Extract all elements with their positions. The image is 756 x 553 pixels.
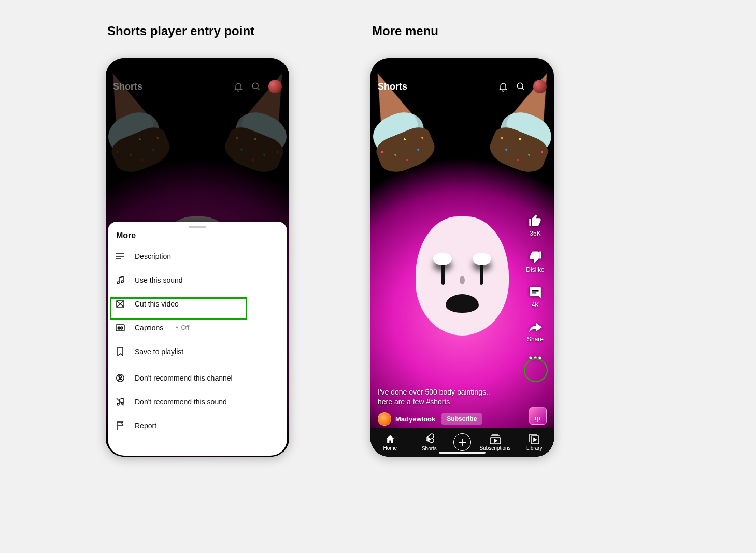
bell-icon[interactable] xyxy=(498,81,508,92)
bell-icon[interactable] xyxy=(233,81,244,92)
svg-rect-18 xyxy=(532,292,537,293)
svg-point-4 xyxy=(117,282,119,284)
channel-name[interactable]: Madyewlook xyxy=(395,415,435,423)
share-icon xyxy=(528,321,543,333)
svg-point-3 xyxy=(252,83,258,89)
more-bottom-sheet: More Description Use this sound Cut this… xyxy=(108,222,287,456)
search-icon[interactable] xyxy=(251,81,261,92)
thumbs-up-icon xyxy=(528,213,543,228)
shorts-topbar: Shorts xyxy=(370,74,554,99)
cc-icon: CC xyxy=(115,323,125,333)
sound-thumbnail[interactable] xyxy=(529,407,547,425)
home-indicator xyxy=(439,452,486,454)
shorts-topbar: Shorts xyxy=(106,74,289,99)
svg-rect-17 xyxy=(532,290,539,292)
menu-use-sound[interactable]: Use this sound xyxy=(108,268,287,292)
like-button[interactable]: 35K xyxy=(528,213,543,237)
menu-captions[interactable]: CC Captions •Off xyxy=(108,316,287,340)
menu-save-playlist-label: Save to playlist xyxy=(135,347,183,356)
description-icon xyxy=(115,251,125,261)
menu-dont-recommend-sound[interactable]: Don't recommend this sound xyxy=(108,390,287,414)
video-caption[interactable]: I've done over 500 body paintings.. here… xyxy=(378,387,516,407)
thumbs-down-icon xyxy=(528,250,543,264)
like-count: 35K xyxy=(530,230,540,237)
nav-create[interactable] xyxy=(453,433,471,451)
svg-point-11 xyxy=(117,403,119,405)
sheet-divider xyxy=(108,365,287,365)
sound-equalizer-icon xyxy=(535,417,540,422)
nav-home-label: Home xyxy=(383,445,397,451)
bottom-nav: Home Shorts Subscriptions Library xyxy=(370,428,554,457)
flag-icon xyxy=(115,420,125,431)
svg-point-19 xyxy=(529,356,532,359)
subscribe-button[interactable]: Subscribe xyxy=(441,413,482,425)
avatar[interactable] xyxy=(268,80,282,93)
caption-line-2: here are a few #shorts xyxy=(378,397,516,407)
nav-shorts[interactable]: Shorts xyxy=(414,433,444,452)
nav-library-label: Library xyxy=(526,445,543,451)
block-channel-icon xyxy=(115,373,125,383)
more-horizontal-icon xyxy=(528,355,543,360)
nav-subscriptions[interactable]: Subscriptions xyxy=(480,434,510,451)
subscriptions-icon xyxy=(490,434,501,444)
menu-description[interactable]: Description xyxy=(108,244,287,268)
avatar[interactable] xyxy=(533,80,547,93)
menu-cut-video[interactable]: Cut this video xyxy=(108,292,287,316)
menu-description-label: Description xyxy=(135,252,171,260)
nav-subscriptions-label: Subscriptions xyxy=(480,445,511,451)
nav-shorts-label: Shorts xyxy=(422,446,437,452)
channel-row: Madyewlook Subscribe xyxy=(378,412,482,426)
music-icon xyxy=(115,275,125,285)
channel-avatar[interactable] xyxy=(378,412,391,426)
menu-dont-recommend-channel-label: Don't recommend this channel xyxy=(135,374,233,382)
plus-icon xyxy=(458,438,466,446)
dislike-button[interactable]: Dislike xyxy=(526,250,544,273)
share-label: Share xyxy=(527,336,544,343)
svg-point-16 xyxy=(517,83,523,89)
comments-count: 4K xyxy=(532,301,539,309)
block-sound-icon xyxy=(115,397,125,407)
shorts-action-rail: 35K Dislike 4K Share xyxy=(522,213,549,360)
svg-point-5 xyxy=(121,281,123,283)
menu-report[interactable]: Report xyxy=(108,414,287,438)
svg-point-20 xyxy=(534,356,536,359)
cut-icon xyxy=(115,299,125,309)
menu-dont-recommend-channel[interactable]: Don't recommend this channel xyxy=(108,366,287,390)
menu-cut-video-label: Cut this video xyxy=(135,300,179,308)
library-icon xyxy=(529,434,539,444)
menu-save-playlist[interactable]: Save to playlist xyxy=(108,340,287,363)
shorts-icon xyxy=(424,433,434,445)
svg-text:CC: CC xyxy=(118,326,123,330)
captions-state: •Off xyxy=(173,324,189,331)
shorts-brand: Shorts xyxy=(113,81,226,92)
nav-home[interactable]: Home xyxy=(375,434,405,451)
dislike-label: Dislike xyxy=(526,266,544,273)
more-button[interactable] xyxy=(528,355,543,360)
comments-button[interactable]: 4K xyxy=(529,286,542,309)
svg-point-21 xyxy=(538,356,541,359)
sheet-title: More xyxy=(108,228,287,244)
phone-shorts-entry-point: 12:30 Shorts More Description Use thi xyxy=(106,58,289,457)
home-icon xyxy=(385,434,395,444)
menu-use-sound-label: Use this sound xyxy=(135,276,183,284)
share-button[interactable]: Share xyxy=(527,321,544,343)
menu-dont-recommend-sound-label: Don't recommend this sound xyxy=(135,398,227,406)
caption-line-1: I've done over 500 body paintings.. xyxy=(378,387,516,397)
shorts-brand: Shorts xyxy=(378,81,491,92)
nav-library[interactable]: Library xyxy=(519,434,549,451)
menu-captions-label: Captions xyxy=(135,324,163,332)
menu-report-label: Report xyxy=(135,421,156,430)
section-title-left: Shorts player entry point xyxy=(107,24,254,38)
bookmark-icon xyxy=(115,346,125,357)
phone-more-menu: 12:30 Shorts 35K Dislike 4K Share xyxy=(370,58,554,457)
search-icon[interactable] xyxy=(516,81,526,92)
comment-icon xyxy=(529,286,542,299)
section-title-right: More menu xyxy=(372,24,438,38)
